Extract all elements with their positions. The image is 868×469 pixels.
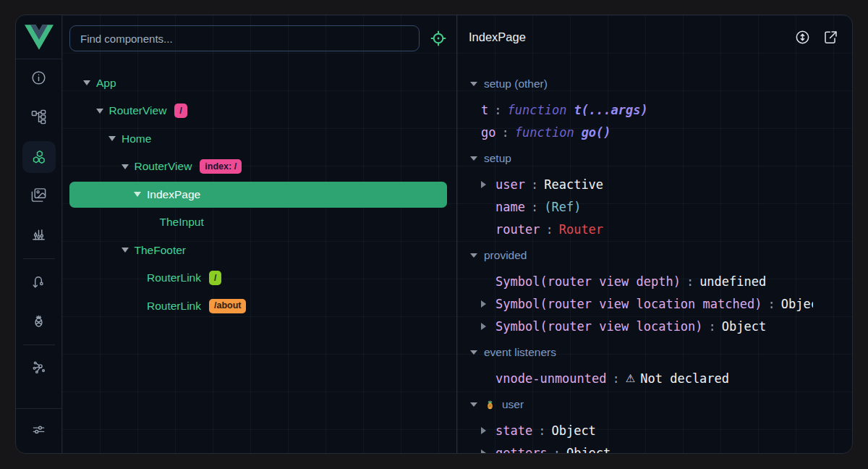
tree-item-label: RouterView [135, 160, 192, 173]
colon: : [538, 423, 545, 438]
tree-item-label: RouterLink [147, 300, 201, 313]
state-row-vnode-unmounted[interactable]: vnode-unmounted : ⚠ Not declared [457, 367, 852, 389]
tree-item-label: Home [122, 132, 151, 145]
tree-item-routerview[interactable]: RouterView / [69, 98, 447, 124]
chevron-down-icon[interactable] [134, 192, 141, 197]
state-key: getters [495, 446, 548, 454]
sidebar-item-router[interactable] [16, 263, 62, 302]
section-pinia-user-store[interactable]: user [457, 393, 852, 415]
pages-icon [30, 187, 47, 206]
sidebar-item-component-tree[interactable] [16, 98, 62, 138]
sidebar-item-graph[interactable] [16, 349, 62, 388]
state-value: Object [551, 423, 595, 438]
scroll-arrows-icon [794, 29, 811, 46]
vue-logo [16, 15, 61, 59]
info-icon [30, 69, 47, 89]
sidebar-item-pages[interactable] [16, 177, 62, 216]
tree-item-routerlink-about[interactable]: RouterLink /about [69, 293, 447, 319]
tree-item-app[interactable]: App [69, 70, 447, 96]
tree-item-label: TheInput [160, 216, 204, 229]
section-provided[interactable]: provided [457, 244, 852, 266]
tree-item-theinput[interactable]: TheInput [69, 209, 447, 235]
chevron-down-icon[interactable] [122, 248, 129, 253]
section-label: setup [484, 152, 511, 165]
tree-item-thefooter[interactable]: TheFooter [69, 237, 447, 263]
state-row-router[interactable]: router : Router [457, 218, 852, 240]
state-value: Reactive [544, 177, 603, 192]
tree-toolbar [62, 15, 456, 59]
colon: : [686, 274, 694, 289]
colon: : [545, 222, 553, 237]
settings-icon [30, 421, 47, 441]
section-event-listeners[interactable]: event listeners [457, 341, 852, 363]
chevron-down-icon[interactable] [470, 82, 477, 86]
chevron-down-icon[interactable] [96, 109, 103, 114]
sidebar-item-overview[interactable] [16, 59, 62, 98]
component-tree: App RouterView / Home RouterView index: … [62, 59, 456, 321]
tree-item-home[interactable]: Home [69, 126, 447, 152]
scroll-to-component-button[interactable] [794, 29, 811, 46]
chevron-right-icon[interactable] [481, 427, 495, 434]
colon: : [767, 297, 775, 311]
search-input[interactable] [69, 25, 420, 51]
state-row-router-view-location-matched[interactable]: Symbol(router view location matched) : O… [457, 292, 852, 315]
chevron-down-icon[interactable] [470, 350, 477, 355]
state-inspector: setup (other) t : function t(...args) go… [457, 59, 852, 453]
state-row-t[interactable]: t : function t(...args) [457, 98, 852, 121]
state-row-getters[interactable]: getters : Object [457, 441, 852, 453]
section-label: provided [484, 249, 527, 262]
sidebar-item-timeline[interactable] [16, 216, 62, 255]
state-row-router-view-location[interactable]: Symbol(router view location) : Object [457, 315, 852, 337]
tree-item-label: RouterView [109, 104, 167, 117]
component-picker-button[interactable] [429, 29, 448, 48]
open-in-editor-button[interactable] [822, 29, 839, 46]
state-value: Not declared [640, 371, 729, 386]
colon: : [501, 125, 509, 140]
colon: : [531, 177, 538, 192]
tree-item-label: TheFooter [135, 244, 187, 257]
colon: : [613, 371, 620, 386]
target-icon [429, 29, 448, 48]
chevron-down-icon[interactable] [109, 136, 116, 141]
colon: : [531, 200, 538, 214]
state-row-user[interactable]: user : Reactive [457, 173, 852, 195]
state-key: vnode-unmounted [495, 371, 607, 386]
sidebar [16, 15, 62, 453]
sidebar-divider [23, 345, 55, 345]
state-row-router-view-depth[interactable]: Symbol(router view depth) : undefined [457, 270, 852, 292]
sidebar-item-components[interactable] [16, 138, 62, 177]
chevron-down-icon[interactable] [83, 80, 90, 85]
state-row-go[interactable]: go : function go() [457, 121, 852, 143]
component-tree-panel: App RouterView / Home RouterView index: … [62, 15, 457, 453]
state-key: go [481, 125, 495, 140]
tree-item-routerview-index[interactable]: RouterView index: / [69, 153, 447, 179]
router-icon [30, 273, 47, 292]
route-badge: / [209, 271, 221, 285]
chevron-right-icon[interactable] [481, 181, 495, 188]
devtools-window: App RouterView / Home RouterView index: … [15, 14, 853, 454]
state-key: router [495, 222, 540, 237]
section-setup-other[interactable]: setup (other) [457, 72, 852, 95]
chevron-down-icon[interactable] [122, 164, 129, 169]
sidebar-settings[interactable] [16, 408, 61, 453]
chevron-down-icon[interactable] [470, 402, 477, 407]
state-row-name[interactable]: name : (Ref) [457, 195, 852, 218]
function-keyword: function [508, 103, 567, 117]
section-setup[interactable]: setup [457, 147, 852, 169]
tree-item-indexpage-selected[interactable]: IndexPage [69, 182, 447, 208]
state-key: name [495, 200, 525, 214]
chevron-down-icon[interactable] [470, 156, 477, 161]
chevron-down-icon[interactable] [470, 253, 477, 258]
state-row-state[interactable]: state : Object [457, 419, 852, 441]
chevron-right-icon[interactable] [481, 449, 495, 454]
vue-logo-icon [25, 25, 54, 50]
state-key: Symbol(router view location matched) [495, 297, 762, 311]
graph-icon [30, 359, 47, 379]
sidebar-item-pinia[interactable] [16, 302, 62, 341]
tree-item-label: IndexPage [147, 188, 200, 201]
tree-item-routerlink-home[interactable]: RouterLink / [69, 265, 447, 291]
inspector-header: IndexPage [457, 15, 852, 59]
chevron-right-icon[interactable] [481, 323, 495, 330]
chevron-right-icon[interactable] [481, 300, 495, 308]
tree-item-label: RouterLink [147, 271, 201, 284]
